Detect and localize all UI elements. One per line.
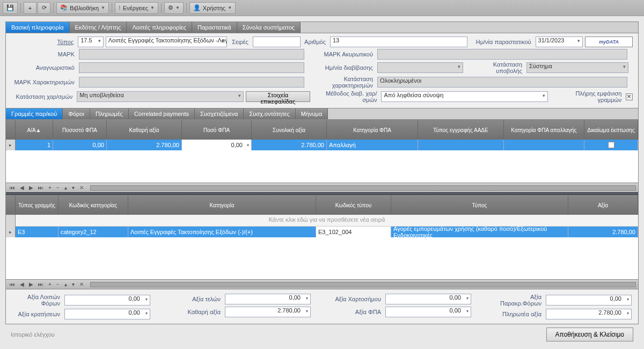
move-down-icon[interactable]: ▾ — [70, 281, 76, 287]
history-link[interactable]: Ιστορικό ελέγχου — [11, 331, 55, 338]
cell-category[interactable]: Λοιπές Εγγραφές Τακτοποίησης Εξόδων (-)/… — [128, 227, 316, 237]
fees-field[interactable]: 0,00 — [225, 294, 311, 304]
type-code-field[interactable]: 17.5 — [78, 37, 103, 47]
cancel-icon[interactable]: ✕ — [78, 185, 85, 191]
library-button[interactable]: 📚 Βιβλιοθήκη ▼ — [56, 2, 109, 14]
lines-grid-row[interactable]: ▸ 1 0,00 2.780,00 0,00▾ 2.780,00 Απαλλαγ… — [6, 140, 638, 150]
charmark-label: ΜΑΡΚ Χαρακτηρισμών — [11, 79, 77, 85]
scrollbar[interactable] — [90, 282, 636, 287]
col-vatamt[interactable]: Ποσό ΦΠΑ — [182, 120, 252, 140]
other-taxes-field[interactable]: 0,00 — [64, 295, 150, 306]
remove-row-icon[interactable]: − — [55, 281, 61, 287]
tab-docs[interactable]: Παραστατικά — [192, 22, 237, 33]
refresh-button[interactable]: ⟳ — [38, 2, 50, 14]
cell-total[interactable]: 2.780,00 — [252, 140, 327, 150]
type-label[interactable]: Τύπος — [11, 39, 76, 45]
docdate-field[interactable]: 31/1/2023 — [536, 37, 583, 47]
cell-vatpct[interactable]: 0,00 — [53, 140, 107, 150]
nav-next-icon[interactable]: ▶ — [27, 281, 35, 287]
payable-label: Πληρωτέα αξία — [493, 311, 544, 317]
series-field[interactable] — [253, 37, 301, 47]
method-field[interactable]: Από ληφθείσα σύνοψη — [381, 91, 547, 102]
col-vatcat[interactable]: Κατηγορία ΦΠΑ — [327, 120, 418, 140]
move-up-icon[interactable]: ▴ — [63, 185, 69, 191]
main-tabs: Βασική πληροφορία Εκδότης / Λήπτης Λοιπέ… — [6, 22, 638, 33]
cell-vatamt[interactable]: 0,00▾ — [182, 140, 252, 150]
nav-next-icon[interactable]: ▶ — [27, 185, 35, 191]
class-grid-row[interactable]: ▸ E3 category2_12 Λοιπές Εγγραφές Τακτοπ… — [6, 227, 638, 237]
col-net[interactable]: Καθαρή αξία — [107, 120, 182, 140]
header-data-button[interactable]: Στοιχεία επικεφαλίδας — [246, 91, 311, 102]
save-icon[interactable]: 💾 — [3, 2, 18, 14]
tab-totals[interactable]: Σύνολα συστήματος — [237, 22, 301, 33]
net-field[interactable]: 2.780,00 — [225, 307, 311, 317]
cell-vatcat[interactable]: Απαλλαγή — [327, 140, 418, 150]
stamp-field[interactable]: 0,00 — [385, 294, 471, 304]
col-category[interactable]: Κατηγορία — [128, 195, 316, 215]
nav-last-icon[interactable]: ⏭ — [36, 281, 45, 287]
paratax-label: Αξία Παρακρ.Φόρων — [493, 294, 544, 307]
payable-field[interactable]: 2.780,00 — [546, 309, 632, 319]
withhold-field[interactable]: 0,00 — [64, 309, 150, 319]
separator — [53, 3, 54, 13]
cell-aa[interactable]: 1 — [16, 140, 53, 150]
col-vatpct[interactable]: Ποσοστό ΦΠΑ — [53, 120, 107, 140]
add-row-icon[interactable]: + — [47, 185, 53, 191]
lines-grid: Α/Α ▲ Ποσοστό ΦΠΑ Καθαρή αξία Ποσό ΦΠΑ Σ… — [6, 120, 638, 192]
col-linetype[interactable]: Τύπος γραμμής — [16, 195, 58, 215]
new-row-placeholder[interactable]: Κάντε κλικ εδώ για να προσθέσετε νέα σει… — [16, 215, 638, 227]
user-button[interactable]: 👤 Χρήστης ▼ — [189, 2, 236, 14]
subtab-payments[interactable]: Πληρωμές — [90, 108, 129, 119]
col-aade[interactable]: Τύπος εγγραφής ΑΑΔΕ — [418, 120, 504, 140]
col-deduct[interactable]: Δικαίωμα έκπτωσης — [584, 120, 638, 140]
tab-issuer[interactable]: Εκδότης / Λήπτης — [70, 22, 127, 33]
nav-first-icon[interactable]: ⏮ — [8, 281, 17, 287]
nav-last-icon[interactable]: ⏭ — [36, 185, 45, 191]
subtab-message[interactable]: Μήνυμα — [296, 108, 328, 119]
add-row-icon[interactable]: + — [47, 281, 53, 287]
cell-deduct[interactable] — [584, 140, 638, 150]
vat-field[interactable]: 0,00 — [385, 307, 471, 317]
remove-row-icon[interactable]: − — [55, 185, 61, 191]
subtab-related[interactable]: Συσχετιζόμενα — [195, 108, 244, 119]
other-taxes-label: Αξία Λοιπών Φόρων — [11, 294, 62, 307]
fulllines-checkbox[interactable] — [626, 93, 633, 100]
col-catcode[interactable]: Κωδικός κατηγορίας — [58, 195, 128, 215]
col-type[interactable]: Τύπος — [391, 195, 568, 215]
actions-button[interactable]: ⁝ Ενέργειες ▼ — [115, 2, 158, 14]
subtab-relents[interactable]: Συσχ.οντότητες — [244, 108, 295, 119]
tab-other[interactable]: Λοιπές πληροφορίες — [127, 22, 192, 33]
col-total[interactable]: Συνολική αξία — [252, 120, 327, 140]
add-button[interactable]: + — [24, 2, 36, 14]
type-desc-field[interactable]: Λοιπές Εγγραφές Τακτοποίησης Εξόδων -Λογ… — [106, 37, 228, 47]
save-close-button[interactable]: Αποθήκευση & Κλείσιμο — [546, 328, 633, 341]
scrollbar[interactable] — [90, 185, 636, 191]
cell-type[interactable]: Αγορές εμπορευμάτων χρήσης (καθαρό ποσό)… — [391, 227, 568, 237]
cell-linetype[interactable]: E3 — [16, 227, 58, 237]
cancel-icon[interactable]: ✕ — [78, 281, 85, 287]
subtab-lines[interactable]: Γραμμές παρ/κού — [6, 108, 63, 119]
paratax-field[interactable]: 0,00 — [546, 295, 632, 306]
move-down-icon[interactable]: ▾ — [70, 185, 76, 191]
deduct-checkbox[interactable] — [608, 142, 614, 148]
nav-prev-icon[interactable]: ◀ — [18, 185, 26, 191]
cell-net[interactable]: 2.780,00 — [107, 140, 182, 150]
subtab-taxes[interactable]: Φόροι — [63, 108, 90, 119]
col-aa[interactable]: Α/Α ▲ — [16, 120, 53, 140]
number-field[interactable]: 13 — [330, 37, 467, 47]
cell-catcode[interactable]: category2_12 — [58, 227, 128, 237]
nav-first-icon[interactable]: ⏮ — [8, 185, 17, 191]
cell-vatexemp[interactable] — [504, 140, 584, 150]
cell-value[interactable]: 2.780,00 — [568, 227, 638, 237]
mydata-button[interactable]: myDATA — [585, 37, 633, 47]
col-value[interactable]: Αξία — [568, 195, 638, 215]
cell-typecode[interactable]: E3_102_004 — [316, 227, 391, 237]
col-vatexemp[interactable]: Κατηγορία ΦΠΑ απαλλαγής — [504, 120, 584, 140]
nav-prev-icon[interactable]: ◀ — [18, 281, 26, 287]
tab-basic[interactable]: Βασική πληροφορία — [6, 22, 70, 33]
subtab-corr[interactable]: Correlated payments — [129, 108, 195, 119]
col-typecode[interactable]: Κωδικός τύπου — [316, 195, 391, 215]
settings-button[interactable]: ⚙ ▼ — [164, 2, 184, 14]
cell-aade[interactable] — [418, 140, 504, 150]
move-up-icon[interactable]: ▴ — [63, 281, 69, 287]
